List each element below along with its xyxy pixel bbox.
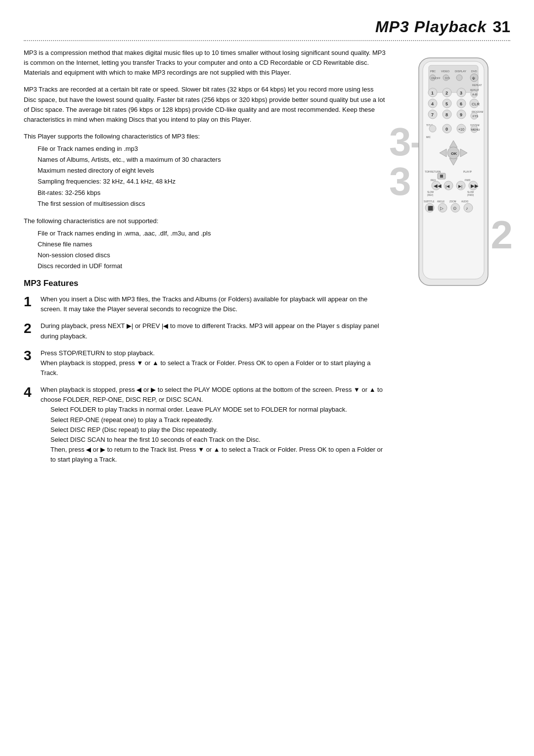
list-item: Maximum nested directory of eight levels	[38, 165, 387, 176]
not-supported-list: File or Track names ending in .wma, .aac…	[24, 228, 387, 272]
step-3-main: Press STOP/RETURN to stop playback.	[41, 348, 387, 358]
step-3: 3 Press STOP/RETURN to stop playback. Wh…	[24, 348, 387, 378]
svg-point-42	[429, 125, 436, 132]
svg-text:DVD: DVD	[471, 70, 477, 73]
svg-text:5: 5	[445, 101, 448, 106]
svg-text:▷: ▷	[440, 206, 444, 211]
section-divider	[24, 40, 510, 41]
svg-text:(REV): (REV)	[427, 194, 434, 196]
svg-text:DISPLAY: DISPLAY	[455, 70, 466, 73]
step-4-text: When playback is stopped, press ◀ or ▶ t…	[41, 385, 387, 465]
svg-text:CLR: CLR	[472, 102, 480, 106]
step-4-sub-0: Select FOLDER to play Tracks in normal o…	[41, 405, 387, 415]
svg-text:VIDEO: VIDEO	[441, 70, 450, 73]
svg-text:9: 9	[460, 112, 462, 117]
svg-text:FWD: FWD	[465, 179, 471, 182]
svg-text:7: 7	[431, 112, 434, 117]
svg-text:|◀: |◀	[445, 184, 450, 189]
not-supported-heading: The following characteristics are not su…	[24, 216, 387, 226]
svg-text:A-B: A-B	[472, 93, 477, 96]
step-1-text: When you insert a Disc with MP3 files, t…	[41, 294, 387, 314]
main-content: MP3 is a compression method that makes d…	[24, 48, 510, 472]
step-3-text: Press STOP/RETURN to stop playback. When…	[41, 348, 387, 378]
svg-text:SYS: SYS	[445, 77, 450, 80]
list-item: Chinese file names	[38, 239, 387, 250]
mp3-features-heading: MP3 Features	[24, 279, 387, 288]
svg-text:SLOW: SLOW	[427, 191, 434, 193]
svg-text:0: 0	[445, 127, 448, 132]
remote-control-svg: PBC VIDEO DISPLAY DVD ON/OFF SYS ⏻ REPEA…	[404, 55, 503, 293]
step-3-sub: When playback is stopped, press ▼ or ▲ t…	[41, 358, 387, 378]
svg-text:8: 8	[445, 112, 448, 117]
list-item: File or Track names ending in .wma, .aac…	[38, 228, 387, 239]
svg-text:OK: OK	[451, 151, 457, 156]
list-item: Names of Albums, Artists, etc., with a m…	[38, 154, 387, 165]
svg-text:PBC: PBC	[430, 70, 436, 73]
svg-rect-60	[440, 175, 443, 178]
list-item: File or Track names ending in .mp3	[38, 143, 387, 154]
step-2-text: During playback, press NEXT ▶| or PREV |…	[41, 321, 387, 341]
step-number-2: 2	[24, 321, 34, 336]
svg-text:3: 3	[460, 91, 462, 95]
supported-heading: This Player supports the following chara…	[24, 132, 387, 142]
svg-text:4: 4	[431, 101, 434, 106]
svg-text:2: 2	[445, 91, 448, 95]
svg-text:ON/OFF: ON/OFF	[431, 77, 441, 80]
svg-text:▶|: ▶|	[458, 184, 462, 189]
svg-text:FTS: FTS	[473, 115, 478, 118]
step-2: 2 During playback, press NEXT ▶| or PREV…	[24, 321, 387, 341]
step-number-3: 3	[24, 348, 34, 364]
svg-text:◀◀: ◀◀	[434, 183, 442, 189]
svg-text:ZOOM: ZOOM	[449, 200, 456, 203]
step-1: 1 When you insert a Disc with MP3 files,…	[24, 294, 387, 314]
svg-text:1: 1	[431, 91, 434, 95]
step-4-sub-4: Then, press ◀ or ▶ to return to the Trac…	[41, 445, 387, 465]
supported-list: File or Track names ending in .mp3 Names…	[24, 143, 387, 209]
text-column: MP3 is a compression method that makes d…	[24, 48, 397, 472]
list-item: Discs recorded in UDF format	[38, 261, 387, 272]
list-item: Sampling frequencies: 32 kHz, 44.1 kHz, …	[38, 176, 387, 187]
svg-text:♪: ♪	[466, 206, 468, 211]
list-item: Non-session closed discs	[38, 250, 387, 261]
page-number: 31	[492, 18, 510, 36]
svg-point-11	[456, 75, 462, 81]
remote-column: 3-4 3 PBC VIDEO DISPLAY DVD	[397, 48, 510, 472]
svg-text:(FWD): (FWD)	[467, 194, 474, 196]
svg-text:▶▶: ▶▶	[471, 183, 479, 189]
step-4-main: When playback is stopped, press ◀ or ▶ t…	[41, 385, 387, 405]
page-container: MP3 Playback 31 MP3 is a compression met…	[0, 0, 534, 495]
svg-text:SUBTITLE: SUBTITLE	[424, 200, 435, 203]
svg-text:⬛: ⬛	[428, 205, 434, 211]
step-number-4: 4	[24, 385, 34, 400]
remote-wrapper: 3-4 3 PBC VIDEO DISPLAY DVD	[401, 53, 505, 294]
step-4-sub-3: Select DISC SCAN to hear the first 10 se…	[41, 435, 387, 445]
step-4-sub-1: Select REP-ONE (repeat one) to play a Tr…	[41, 415, 387, 425]
list-item: The first session of multisession discs	[38, 198, 387, 209]
svg-text:⊙: ⊙	[453, 206, 457, 211]
svg-text:6: 6	[460, 101, 462, 106]
page-header: MP3 Playback 31	[24, 18, 510, 36]
page-title: MP3 Playback	[375, 18, 487, 36]
svg-text:TOP/RETURN: TOP/RETURN	[425, 170, 441, 173]
svg-text:AUDIO: AUDIO	[461, 200, 469, 203]
svg-text:MENU: MENU	[471, 128, 480, 131]
step-number-1: 1	[24, 294, 34, 310]
step-4: 4 When playback is stopped, press ◀ or ▶…	[24, 385, 387, 465]
step-4-sub-2: Select DISC REP (Disc repeat) to play th…	[41, 425, 387, 435]
svg-text:REPEAT: REPEAT	[472, 84, 482, 87]
svg-text:ANGLE: ANGLE	[437, 200, 445, 203]
list-item: Bit-rates: 32-256 kbps	[38, 188, 387, 198]
intro-paragraph-2: MP3 Tracks are recorded at a certain bit…	[24, 85, 387, 125]
svg-text:+10: +10	[458, 128, 464, 131]
svg-text:PLAY/P: PLAY/P	[463, 170, 472, 173]
svg-text:⏻: ⏻	[472, 77, 475, 80]
svg-point-85	[464, 203, 473, 212]
svg-text:SLOW: SLOW	[467, 191, 474, 193]
svg-text:MIC: MIC	[426, 136, 431, 139]
intro-paragraph-1: MP3 is a compression method that makes d…	[24, 48, 387, 78]
